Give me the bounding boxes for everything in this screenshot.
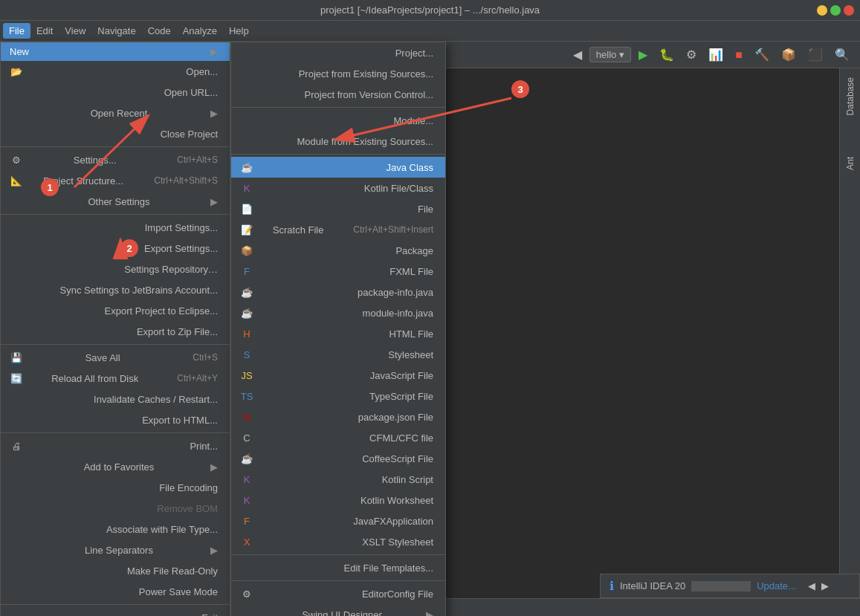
file-menu-export-zip[interactable]: Export to Zip File...	[1, 321, 230, 342]
new-kotlin-script[interactable]: K Kotlin Script	[231, 469, 445, 490]
file-menu-print[interactable]: 🖨 Print...	[1, 435, 230, 456]
menu-view[interactable]: View	[59, 23, 91, 39]
new-project[interactable]: Project...	[231, 42, 445, 63]
edit-templates[interactable]: Edit File Templates...	[231, 557, 445, 578]
run-config-selector[interactable]: hello ▾	[589, 47, 631, 62]
new-file[interactable]: 📄 File	[231, 198, 445, 219]
run-button[interactable]: ▶	[634, 45, 652, 64]
file-menu-exit[interactable]: Exit	[1, 607, 230, 616]
file-menu-save-all[interactable]: 💾 Save All Ctrl+S	[1, 347, 230, 368]
new-stylesheet[interactable]: S Stylesheet	[231, 344, 445, 365]
new-project-vcs[interactable]: Project from Version Control...	[231, 84, 445, 105]
new-kotlin-worksheet[interactable]: K Kotlin Worksheet	[231, 490, 445, 510]
kotlin-ws-icon: K	[240, 493, 253, 507]
database-panel-button[interactable]: Database	[844, 74, 857, 118]
fxml-icon: F	[240, 265, 253, 278]
notification-nav-forward[interactable]: ▶	[821, 580, 829, 591]
coverage-button[interactable]: ⚙	[682, 45, 701, 64]
java-class-icon: ☕	[240, 161, 253, 174]
new-javafx[interactable]: F JavaFXApplication	[231, 510, 445, 531]
menu-analyze[interactable]: Analyze	[177, 23, 223, 39]
file-menu-other-settings[interactable]: Other Settings ▶	[1, 191, 230, 212]
file-menu-make-readonly[interactable]: Make File Read-Only	[1, 560, 230, 581]
file-menu-open[interactable]: 📂 Open...	[1, 61, 230, 82]
new-xslt[interactable]: X XSLT Stylesheet	[231, 531, 445, 552]
project-existing-icon	[240, 67, 253, 80]
new-package-json[interactable]: N package.json File	[231, 406, 445, 427]
project-structure-icon: 📐	[10, 174, 23, 187]
file-menu-close-project[interactable]: Close Project	[1, 123, 230, 144]
notification-bar: ℹ IntelliJ IDEA 20 Update... ◀ ▶	[600, 574, 860, 598]
new-scratch-file[interactable]: 📝 Scratch File Ctrl+Alt+Shift+Insert	[231, 219, 445, 240]
new-editorconfig[interactable]: ⚙ EditorConfig File	[231, 583, 445, 604]
new-package-info[interactable]: ☕ package-info.java	[231, 282, 445, 302]
favorites-arrow: ▶	[210, 461, 218, 473]
profile-button[interactable]: 📊	[704, 45, 728, 64]
html-icon: H	[240, 327, 253, 340]
menu-edit[interactable]: Edit	[30, 23, 59, 39]
new-java-class[interactable]: ☕ Java Class	[231, 157, 445, 178]
file-menu-export-eclipse[interactable]: Export Project to Eclipse...	[1, 300, 230, 321]
templates-icon	[240, 561, 253, 574]
file-menu-reload[interactable]: 🔄 Reload All from Disk Ctrl+Alt+Y	[1, 368, 230, 389]
readonly-icon	[10, 564, 23, 577]
ant-panel-button[interactable]: Ant	[844, 154, 857, 173]
file-menu-line-separators[interactable]: Line Separators ▶	[1, 539, 230, 560]
file-menu-power-save[interactable]: Power Save Mode	[1, 581, 230, 602]
new-cfml[interactable]: C CFML/CFC file	[231, 427, 445, 448]
new-fxml[interactable]: F FXML File	[231, 261, 445, 282]
new-project-existing[interactable]: Project from Existing Sources...	[231, 63, 445, 84]
new-html[interactable]: H HTML File	[231, 323, 445, 344]
power-save-icon	[10, 585, 23, 598]
notification-nav-back[interactable]: ◀	[808, 580, 815, 591]
sdk-button[interactable]: 📦	[777, 45, 801, 64]
print-icon: 🖨	[10, 439, 23, 453]
new-module[interactable]: Module...	[231, 110, 445, 131]
menu-help[interactable]: Help	[223, 23, 255, 39]
maximize-button[interactable]	[830, 5, 841, 16]
search-button[interactable]: 🔍	[830, 45, 854, 64]
file-menu-sync-settings[interactable]: Sync Settings to JetBrains Account...	[1, 279, 230, 300]
new-module-existing[interactable]: Module from Existing Sources...	[231, 131, 445, 152]
file-menu-project-structure[interactable]: 📐 Project Structure... Ctrl+Alt+Shift+S	[1, 170, 230, 191]
file-menu-open-url[interactable]: Open URL...	[1, 82, 230, 103]
stop-button[interactable]: ■	[731, 46, 747, 64]
window-controls[interactable]	[817, 5, 854, 16]
file-menu-settings[interactable]: ⚙ Settings... Ctrl+Alt+S	[1, 149, 230, 170]
package-icon: 📦	[240, 244, 253, 257]
new-ts[interactable]: TS TypeScript File	[231, 386, 445, 406]
line-sep-icon	[10, 543, 23, 557]
menu-file[interactable]: File	[3, 23, 30, 39]
kotlin-script-icon: K	[240, 473, 253, 486]
new-module-info[interactable]: ☕ module-info.java	[231, 302, 445, 323]
menu-navigate[interactable]: Navigate	[91, 23, 141, 39]
close-button[interactable]	[844, 5, 854, 16]
new-kotlin-class[interactable]: K Kotlin File/Class	[231, 178, 445, 198]
new-swing[interactable]: Swing UI Designer ▶	[231, 604, 445, 616]
new-js[interactable]: JS JavaScript File	[231, 365, 445, 386]
new-coffee[interactable]: ☕ CoffeeScript File	[231, 448, 445, 469]
reload-icon: 🔄	[10, 372, 23, 385]
file-menu-settings-repo[interactable]: Settings Repository…	[1, 259, 230, 279]
new-package[interactable]: 📦 Package	[231, 240, 445, 261]
minimize-button[interactable]	[817, 5, 827, 16]
debug-button[interactable]: 🐛	[655, 45, 679, 64]
file-menu-open-recent[interactable]: Open Recent ▶	[1, 103, 230, 123]
file-menu-new[interactable]: New ▶	[1, 42, 230, 61]
file-menu-encoding[interactable]: File Encoding	[1, 477, 230, 498]
kotlin-class-icon: K	[240, 181, 253, 195]
nav-back-button[interactable]: ◀	[569, 45, 586, 64]
file-menu-export-html[interactable]: Export to HTML...	[1, 409, 230, 430]
terminal-button[interactable]: ⬛	[804, 45, 827, 64]
file-menu-import-settings[interactable]: Import Settings...	[1, 217, 230, 238]
file-menu-export-settings[interactable]: Export Settings...	[1, 238, 230, 259]
eclipse-icon	[10, 304, 23, 317]
file-menu-add-favorites[interactable]: Add to Favorites ▶	[1, 456, 230, 477]
build-button[interactable]: 🔨	[750, 45, 774, 64]
separator-3	[1, 344, 230, 345]
file-menu-invalidate-caches[interactable]: Invalidate Caches / Restart...	[1, 389, 230, 409]
file-menu-associate-type[interactable]: Associate with File Type...	[1, 519, 230, 539]
menu-code[interactable]: Code	[142, 23, 177, 39]
notification-update-link[interactable]: Update...	[757, 580, 796, 591]
remove-bom-icon	[10, 502, 23, 515]
